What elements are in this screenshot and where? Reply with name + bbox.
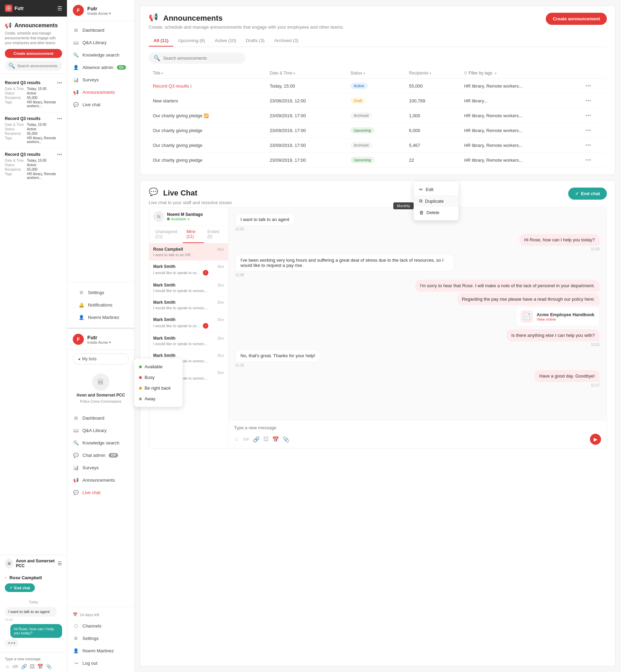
col-title[interactable]: Title▾ (149, 68, 266, 79)
handbook-link[interactable]: View online (536, 317, 594, 321)
ann-row-5[interactable]: Our charity giving pledge 23/09/2019, 17… (149, 153, 607, 168)
search-announcements-input-left[interactable] (17, 64, 59, 68)
agent-status[interactable]: Available ▾ (167, 217, 224, 221)
tab-all[interactable]: All (11) (149, 35, 173, 47)
nav-absence-admin[interactable]: 👤 Absence admin On (67, 61, 134, 73)
gif-label[interactable]: GIF (243, 437, 249, 441)
left-ann-more-1[interactable]: ••• (57, 80, 62, 86)
status-be-right-back[interactable]: Be right back (134, 383, 183, 393)
row-more-0[interactable]: ••• (585, 83, 591, 89)
hamburger-icon[interactable]: ☰ (57, 5, 62, 12)
row-more-2[interactable]: ••• (585, 112, 591, 118)
nav-qa-library[interactable]: 📖 Q&A Library (67, 36, 134, 49)
tab-drafts[interactable]: Drafts (3) (241, 35, 269, 47)
mid-footer: 📅 14 days left ⬡ Channels ⚙ Settings 👤 N… (67, 606, 134, 672)
context-duplicate[interactable]: ⧉ Duplicate (414, 195, 459, 207)
image-icon-left[interactable]: 🖼 (30, 664, 34, 669)
context-edit[interactable]: ✏ Edit (414, 184, 459, 195)
nav-surveys[interactable]: 📊 Surveys (67, 73, 134, 86)
attach-icon-left[interactable]: 📎 (46, 664, 52, 669)
create-announcement-button-left[interactable]: Create announcement (5, 49, 62, 58)
nav2-surveys[interactable]: 📊 Surveys (67, 461, 134, 474)
emoji-icon[interactable]: ☺ (234, 436, 239, 442)
chat-list-item-3[interactable]: Mark Smith 35m I would like to speak to … (149, 297, 228, 314)
col-recipients[interactable]: Recipients▾ (405, 68, 460, 79)
gif-icon-left[interactable]: GIF (12, 665, 18, 669)
hamburger-icon-left[interactable]: ☰ (58, 561, 62, 566)
end-chat-button-left[interactable]: ✓ End chat (5, 583, 35, 592)
nav-dashboard[interactable]: ⊞ Dashboard (67, 24, 134, 36)
chat-tab-unassigned[interactable]: Unassigned (11) (152, 226, 183, 243)
col-status[interactable]: Status▾ (346, 68, 405, 79)
nav-announcements[interactable]: 📢 Announcements (67, 86, 134, 98)
search-announcements-main[interactable] (163, 56, 240, 61)
left-ann-item-1[interactable]: Record Q3 results ••• Date & TimeToday, … (0, 77, 67, 112)
cell-more-5: ••• (581, 153, 607, 168)
status-available[interactable]: Available (134, 361, 183, 372)
nav-noemi[interactable]: 👤 Noemi Martinez (73, 311, 129, 323)
chat-list-item-5[interactable]: Mark Smith 35m I would like to speak to … (149, 332, 228, 350)
left-ann-item-2[interactable]: Record Q3 results ••• Date & TimeToday, … (0, 112, 67, 148)
attach-icon[interactable]: 📎 (283, 436, 289, 443)
chat-input-left[interactable] (5, 655, 62, 662)
create-announcement-button-main[interactable]: Create announcement (546, 13, 607, 25)
end-chat-button-main[interactable]: ✓ End chat (568, 188, 607, 200)
tab-active[interactable]: Active (10) (210, 35, 241, 47)
row-more-5[interactable]: ••• (585, 157, 591, 163)
row-more-3[interactable]: ••• (585, 127, 591, 133)
left-ann-more-2[interactable]: ••• (57, 116, 62, 121)
nav-settings-2[interactable]: ⚙ Settings (67, 632, 134, 644)
title-link-0[interactable]: Record Q3 results (153, 83, 189, 89)
ann-row-4[interactable]: Our charity giving pledge 23/09/2019, 17… (149, 138, 607, 153)
nav2-knowledge-search[interactable]: 🔍 Knowledge search (67, 437, 134, 449)
col-datetime[interactable]: Date & Time▾ (266, 68, 346, 79)
cell-date-0: Today, 15:00 (266, 79, 346, 93)
ann-row-0[interactable]: Record Q3 results ℹ Today, 15:00 Active … (149, 79, 607, 93)
left-ann-more-3[interactable]: ••• (57, 152, 62, 157)
cell-recipients-0: 55,000 (405, 79, 460, 93)
nav-noemi-2[interactable]: 👤 Noemi Martinez (67, 644, 134, 657)
row-more-4[interactable]: ••• (585, 142, 591, 148)
context-delete[interactable]: 🗑 Delete (414, 207, 459, 218)
link-icon-left[interactable]: 🔗 (21, 664, 27, 669)
col-tags[interactable]: ▽ Filter by tags ▾ (460, 68, 581, 79)
chat-main-input[interactable] (234, 424, 601, 432)
my-bots-button[interactable]: ◂ My bots (73, 353, 129, 364)
nav-live-chat[interactable]: 💬 Live chat (67, 98, 134, 111)
status-away[interactable]: Away (134, 393, 183, 404)
nav2-live-chat[interactable]: 💬 Live chat (67, 486, 134, 499)
chat-tab-mine[interactable]: Mine (11) (183, 226, 204, 243)
chat-list-item-4[interactable]: Mark Smith 35m I would like to speak to … (149, 314, 228, 332)
nav-knowledge-search[interactable]: 🔍 Knowledge search (67, 49, 134, 61)
chat-tab-ended[interactable]: Ended (0) (204, 226, 225, 243)
nav-settings[interactable]: ⚙ Settings (73, 286, 129, 299)
chat-list-item-2[interactable]: Mark Smith 35m I would like to speak to … (149, 279, 228, 297)
nav-channels[interactable]: ⬡ Channels (67, 620, 134, 632)
link-icon[interactable]: 🔗 (253, 436, 260, 443)
status-busy[interactable]: Busy (134, 372, 183, 383)
ann-row-3[interactable]: Our charity giving pledge 23/09/2019, 17… (149, 123, 607, 138)
chat-list-item-0[interactable]: Rose Campbell 35m I want to talk to an H… (149, 243, 228, 261)
calendar-icon-left[interactable]: 📅 (37, 664, 43, 669)
emoji-icon-left[interactable]: ☺ (5, 664, 10, 669)
nav2-dashboard[interactable]: ⊞ Dashboard (67, 412, 134, 424)
chat-list-item-1[interactable]: Mark Smith 36m I would like to speak to … (149, 261, 228, 279)
bot-sub: Police Crime Commissions (80, 400, 121, 403)
ann-row-1[interactable]: New starters 23/08/2019, 12:00 Draft 100… (149, 93, 607, 108)
announcements-tabs: All (11) Upcoming (6) Active (10) Drafts… (149, 35, 607, 47)
tab-upcoming[interactable]: Upcoming (6) (173, 35, 210, 47)
image-icon[interactable]: 🖼 (263, 436, 269, 442)
send-button[interactable]: ▶ (590, 434, 601, 445)
ann-row-2[interactable]: Our charity giving pledge 🔁 23/09/2019, … (149, 108, 607, 123)
tab-archived[interactable]: Archived (3) (269, 35, 303, 47)
calendar-icon[interactable]: 📅 (272, 436, 279, 443)
nav2-chat-admin[interactable]: 💬 Chat admin Off (67, 449, 134, 461)
nav-notifications[interactable]: 🔔 Notifications (73, 299, 129, 311)
back-arrow-left[interactable]: ‹ (5, 574, 7, 581)
row-more-1[interactable]: ••• (585, 98, 591, 103)
left-ann-item-3[interactable]: Record Q3 results ••• Date & TimeToday, … (0, 148, 67, 184)
chat-list-preview-0: I want to talk to an HR... (153, 253, 208, 257)
nav-logout[interactable]: ↪ Log out (67, 657, 134, 669)
nav2-announcements[interactable]: 📢 Announcements (67, 474, 134, 486)
nav2-qa-library[interactable]: 📖 Q&A Library (67, 424, 134, 437)
